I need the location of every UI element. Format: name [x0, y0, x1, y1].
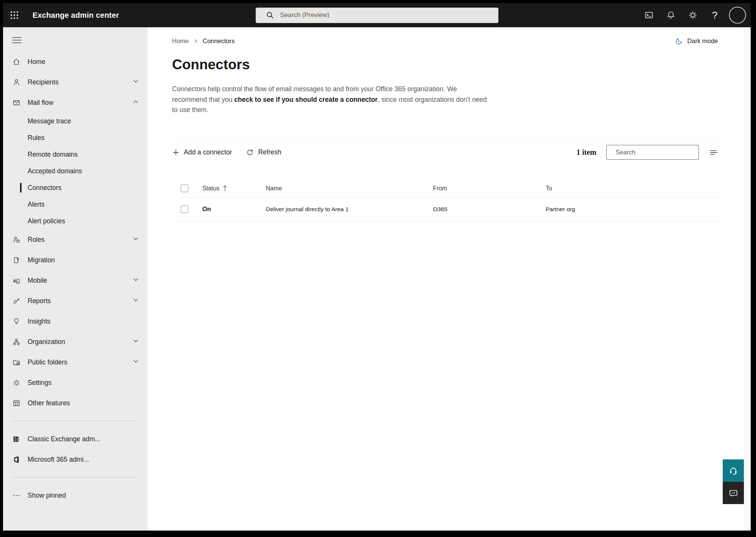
topbar-search-input[interactable]: [279, 11, 494, 19]
sidebar: Home Recipients Mail flow: [3, 27, 147, 531]
help-button[interactable]: ?: [704, 3, 726, 27]
sidebar-divider: [12, 421, 138, 421]
cloud-shell-button[interactable]: [638, 3, 660, 27]
headset-icon: [728, 466, 738, 476]
settings-top-button[interactable]: [682, 3, 704, 27]
sidebar-item-reports[interactable]: Reports: [3, 291, 147, 311]
row-name[interactable]: Deliver journal directly to Area 1: [266, 206, 433, 213]
plus-icon: [172, 149, 180, 156]
sidebar-item-organization[interactable]: Organization: [3, 332, 147, 352]
sidebar-item-mail-flow[interactable]: Mail flow: [3, 92, 147, 113]
list-search[interactable]: [606, 145, 699, 160]
person-icon: [12, 78, 20, 86]
sidebar-item-roles[interactable]: Roles: [3, 229, 147, 250]
floating-buttons: [723, 459, 744, 504]
gear-icon: [688, 11, 697, 20]
sidebar-item-home[interactable]: Home: [3, 51, 147, 72]
scrollbar-track[interactable]: [745, 27, 751, 531]
sidebar-item-insights[interactable]: Insights: [3, 311, 147, 332]
support-button[interactable]: [723, 459, 744, 482]
sidebar-item-accepted-domains[interactable]: Accepted domains: [3, 163, 147, 179]
sidebar-item-mobile[interactable]: Mobile: [3, 270, 147, 291]
window-frame: Exchange admin center: [3, 3, 751, 531]
sidebar-item-alert-policies[interactable]: Alert policies: [3, 213, 147, 229]
topbar-search[interactable]: [256, 8, 498, 23]
app-body: Home Recipients Mail flow: [3, 27, 751, 531]
lightbulb-icon: [12, 317, 20, 325]
row-checkbox[interactable]: [181, 205, 188, 213]
filter-lines-icon: [709, 148, 719, 157]
sidebar-collapse-button[interactable]: [8, 30, 29, 50]
row-to: Partner org: [546, 206, 720, 213]
sidebar-item-classic-exchange[interactable]: Classic Exchange adm...: [3, 429, 147, 449]
column-header-to[interactable]: To: [546, 185, 720, 192]
public-folder-icon: [12, 358, 20, 366]
dark-mode-toggle[interactable]: Dark mode: [673, 36, 720, 45]
chevron-down-icon: [133, 78, 139, 86]
sidebar-item-settings[interactable]: Settings: [3, 372, 147, 393]
chevron-down-icon: [133, 277, 139, 285]
column-header-from[interactable]: From: [433, 185, 546, 192]
table-header-row: Status Name From To: [172, 180, 720, 198]
sidebar-nav-list: Home Recipients Mail flow: [3, 51, 147, 506]
list-toolbar: Add a connector Refresh 1 item: [172, 138, 720, 161]
moon-icon: [675, 37, 683, 45]
refresh-button[interactable]: Refresh: [246, 148, 281, 156]
account-avatar[interactable]: [726, 3, 751, 27]
home-icon: [12, 58, 20, 66]
sidebar-item-remote-domains[interactable]: Remote domains: [3, 146, 147, 163]
dark-mode-label: Dark mode: [687, 37, 718, 45]
page-title: Connectors: [172, 57, 720, 73]
app-title: Exchange admin center: [33, 11, 119, 20]
avatar-icon: [729, 6, 746, 24]
chat-icon: [728, 488, 738, 498]
org-chart-icon: [12, 338, 20, 346]
chevron-down-icon: [133, 297, 139, 305]
add-connector-button[interactable]: Add a connector: [172, 148, 232, 156]
filter-button[interactable]: [707, 147, 720, 158]
column-header-status[interactable]: Status: [202, 185, 266, 192]
breadcrumb: Home Connectors: [172, 37, 234, 45]
chevron-up-icon: [133, 99, 139, 107]
description-link[interactable]: check to see if you should create a conn…: [234, 96, 377, 103]
row-status: On: [202, 205, 211, 213]
sidebar-item-message-trace[interactable]: Message trace: [3, 113, 147, 129]
notifications-button[interactable]: [660, 3, 682, 27]
gear-icon: [12, 378, 20, 387]
more-dots-icon: [12, 491, 20, 500]
search-icon: [266, 11, 274, 19]
help-icon: ?: [712, 10, 717, 20]
mobile-icon: [12, 276, 20, 285]
page-description: Connectors help control the flow of emai…: [172, 84, 493, 115]
terminal-icon: [644, 11, 654, 20]
chevron-down-icon: [133, 358, 139, 366]
roles-icon: [12, 235, 20, 244]
sidebar-item-other-features[interactable]: Other features: [3, 393, 147, 413]
sidebar-item-migration[interactable]: Migration: [3, 250, 147, 270]
sidebar-item-public-folders[interactable]: Public folders: [3, 352, 147, 372]
hamburger-icon: [12, 36, 22, 44]
table-icon: [12, 399, 20, 407]
classic-exchange-icon: [12, 435, 20, 443]
feedback-button[interactable]: [723, 482, 744, 504]
select-all-checkbox[interactable]: [181, 185, 188, 192]
app-launcher-button[interactable]: [3, 3, 26, 27]
breadcrumb-home[interactable]: Home: [172, 37, 189, 45]
item-count: 1 item: [576, 148, 596, 157]
sidebar-item-rules[interactable]: Rules: [3, 129, 147, 146]
table-row[interactable]: On Deliver journal directly to Area 1 O3…: [172, 198, 720, 221]
waffle-icon: [9, 10, 19, 20]
list-search-input[interactable]: [615, 148, 700, 156]
sidebar-item-show-pinned[interactable]: Show pinned: [3, 485, 147, 506]
sidebar-divider: [12, 477, 138, 478]
chevron-down-icon: [133, 236, 139, 244]
sidebar-item-connectors[interactable]: Connectors: [3, 179, 147, 196]
reports-icon: [12, 297, 20, 305]
breadcrumb-current: Connectors: [203, 37, 234, 45]
column-header-name[interactable]: Name: [266, 185, 433, 192]
sidebar-item-recipients[interactable]: Recipients: [3, 72, 147, 92]
sidebar-item-microsoft-365-admin[interactable]: Microsoft 365 admi...: [3, 449, 147, 470]
sidebar-item-alerts[interactable]: Alerts: [3, 196, 147, 213]
chevron-down-icon: [133, 338, 139, 346]
bell-icon: [666, 11, 675, 20]
